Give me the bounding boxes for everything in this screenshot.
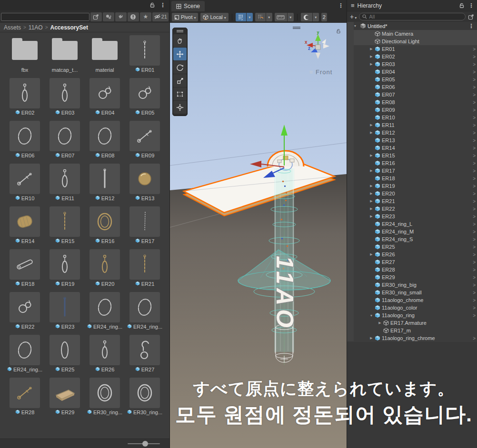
hierarchy-item-ER17_m[interactable]: ER17_m bbox=[354, 327, 477, 334]
hierarchy-item-ER01[interactable]: ▶ER01> bbox=[354, 45, 477, 53]
prefab-open-chevron[interactable]: > bbox=[473, 146, 476, 151]
hierarchy-item-ER03[interactable]: ▶ER03> bbox=[354, 60, 477, 68]
hierarchy-item-ER17.Armature[interactable]: ▶ER17.Armature bbox=[354, 319, 477, 327]
hierarchy-item-ER15[interactable]: ▶ER15> bbox=[354, 152, 477, 159]
axis-cone-white[interactable] bbox=[322, 39, 326, 44]
pivot-dropdown[interactable]: Pivot bbox=[172, 13, 198, 21]
asset-thumbnail[interactable] bbox=[89, 292, 120, 322]
prefab-open-chevron[interactable]: > bbox=[473, 85, 476, 90]
asset-thumbnail[interactable] bbox=[10, 164, 40, 194]
asset-thumbnail[interactable] bbox=[129, 206, 160, 237]
asset-prefab-ER04[interactable]: ER04 bbox=[85, 76, 125, 119]
view-orientation-label[interactable]: Front bbox=[295, 68, 347, 76]
increment-snap-dropdown-arrow[interactable] bbox=[266, 13, 272, 21]
project-search-input[interactable] bbox=[1, 14, 89, 21]
prefab-open-chevron[interactable]: > bbox=[473, 252, 476, 257]
hierarchy-item-ER29[interactable]: ER29> bbox=[354, 273, 477, 281]
asset-thumbnail[interactable] bbox=[129, 292, 160, 322]
hierarchy-item-11aologo_color[interactable]: 11aologo_color> bbox=[354, 304, 477, 312]
hierarchy-item-ER30_ring_small[interactable]: ER30_ring_small> bbox=[354, 289, 477, 296]
axis-cone-white[interactable] bbox=[323, 44, 329, 49]
asset-prefab-ER30_ring...[interactable]: ER30_ring... bbox=[125, 376, 165, 419]
asset-prefab-ER02[interactable]: ER02 bbox=[5, 76, 45, 119]
prefab-open-chevron[interactable]: > bbox=[473, 168, 476, 174]
prefab-open-chevron[interactable]: > bbox=[473, 47, 476, 52]
expand-arrow-icon[interactable]: ▶ bbox=[368, 207, 375, 211]
prefab-open-chevron[interactable]: > bbox=[473, 54, 476, 59]
hierarchy-item-ER06[interactable]: ER06> bbox=[354, 83, 477, 91]
hierarchy-item-ER02[interactable]: ▶ER02> bbox=[354, 53, 477, 60]
search-by-label-icon[interactable] bbox=[115, 12, 127, 21]
expand-arrow-icon[interactable]: ▶ bbox=[368, 253, 375, 256]
create-object-button[interactable]: + bbox=[350, 13, 357, 20]
asset-thumbnail[interactable] bbox=[129, 378, 160, 408]
view-hand-tool[interactable] bbox=[173, 34, 187, 47]
asset-prefab-ER13[interactable]: ER13 bbox=[125, 162, 165, 205]
expand-arrow-icon[interactable]: ▶ bbox=[368, 192, 375, 195]
hierarchy-item-ER24_ring_L[interactable]: ER24_ring_L> bbox=[354, 220, 477, 228]
ruler-snap-dropdown-arrow[interactable] bbox=[288, 13, 294, 21]
ruler-snap-icon[interactable] bbox=[275, 13, 287, 21]
grid-snap-dropdown-arrow[interactable] bbox=[247, 13, 253, 21]
asset-prefab-ER24_ring...[interactable]: ER24_ring... bbox=[85, 290, 125, 333]
prefab-open-chevron[interactable]: > bbox=[473, 282, 476, 288]
asset-folder-matcap_t...[interactable]: matcap_t... bbox=[45, 33, 85, 76]
asset-thumbnail[interactable] bbox=[89, 249, 120, 280]
scene-menu-kebab-icon[interactable] bbox=[338, 2, 344, 9]
asset-thumbnail[interactable] bbox=[89, 121, 120, 151]
render-mode-icon[interactable] bbox=[301, 13, 312, 21]
prefab-open-chevron[interactable]: > bbox=[473, 176, 476, 181]
expand-arrow-icon[interactable]: ▼ bbox=[368, 314, 375, 317]
hierarchy-item-11aologo_ring[interactable]: ▼11aologo_ring> bbox=[354, 312, 477, 319]
handle-rotation-dropdown[interactable]: Local bbox=[200, 13, 228, 21]
asset-prefab-ER21[interactable]: ER21 bbox=[125, 247, 165, 290]
hierarchy-item-ER12[interactable]: ▶ER12> bbox=[354, 129, 477, 136]
hierarchy-item-Main Camera[interactable]: Main Camera bbox=[354, 30, 477, 38]
asset-prefab-ER28[interactable]: ER28 bbox=[5, 376, 45, 419]
asset-thumbnail[interactable] bbox=[50, 249, 80, 280]
search-by-type-icon[interactable] bbox=[103, 12, 114, 21]
hierarchy-item-ER11[interactable]: ▶ER11> bbox=[354, 121, 477, 129]
gizmo-center-cube[interactable] bbox=[316, 45, 320, 49]
asset-thumbnail[interactable] bbox=[10, 292, 40, 322]
asset-prefab-ER01[interactable]: ER01 bbox=[125, 33, 165, 76]
expand-arrow-icon[interactable]: ▶ bbox=[368, 199, 375, 203]
asset-thumbnail[interactable] bbox=[50, 78, 80, 108]
hierarchy-menu-kebab-icon[interactable] bbox=[468, 2, 474, 9]
breadcrumb-accessoryset[interactable]: AccessorySet bbox=[50, 24, 88, 31]
expand-arrow-icon[interactable]: ▶ bbox=[368, 123, 375, 127]
hierarchy-item-ER21[interactable]: ▶ER21> bbox=[354, 197, 477, 205]
prefab-open-chevron[interactable]: > bbox=[473, 336, 476, 341]
asset-prefab-ER10[interactable]: ER10 bbox=[5, 162, 45, 205]
unlock-icon[interactable] bbox=[149, 2, 155, 8]
rect-tool[interactable] bbox=[173, 88, 187, 100]
scale-tool[interactable] bbox=[173, 74, 187, 87]
asset-prefab-ER19[interactable]: ER19 bbox=[45, 247, 85, 290]
hierarchy-item-Directional Light[interactable]: Directional Light bbox=[354, 38, 477, 45]
prefab-open-chevron[interactable]: > bbox=[473, 100, 476, 105]
hierarchy-search-box[interactable] bbox=[359, 13, 466, 20]
asset-thumbnail[interactable] bbox=[89, 378, 120, 408]
prefab-open-chevron[interactable]: > bbox=[473, 229, 476, 234]
hierarchy-item-11aologo_chrome[interactable]: 11aologo_chrome> bbox=[354, 296, 477, 304]
asset-prefab-ER08[interactable]: ER08 bbox=[85, 119, 125, 162]
prefab-open-chevron[interactable]: > bbox=[473, 130, 476, 136]
asset-thumbnail[interactable] bbox=[129, 335, 160, 365]
asset-thumbnail[interactable] bbox=[129, 35, 160, 66]
asset-folder-material[interactable]: material bbox=[85, 33, 125, 76]
hierarchy-item-ER04[interactable]: ER04> bbox=[354, 68, 477, 76]
breadcrumb-assets[interactable]: Assets bbox=[4, 24, 21, 31]
asset-prefab-ER15[interactable]: ER15 bbox=[45, 205, 85, 247]
hierarchy-item-ER16[interactable]: ER16> bbox=[354, 159, 477, 167]
orientation-gizmo[interactable]: y x z bbox=[302, 31, 334, 63]
prefab-open-chevron[interactable]: > bbox=[473, 107, 476, 113]
prefab-open-chevron[interactable]: > bbox=[473, 115, 476, 120]
gizmo-overlay-grip-icon[interactable] bbox=[293, 27, 300, 29]
asset-thumbnail[interactable] bbox=[50, 292, 80, 322]
asset-prefab-ER22[interactable]: ER22 bbox=[5, 290, 45, 333]
hierarchy-item-ER07[interactable]: ER07> bbox=[354, 91, 477, 98]
expand-arrow-icon[interactable]: ▶ bbox=[368, 154, 375, 157]
prefab-open-chevron[interactable]: > bbox=[473, 305, 476, 311]
asset-thumbnail[interactable] bbox=[89, 164, 120, 194]
asset-thumbnail[interactable] bbox=[89, 335, 120, 365]
